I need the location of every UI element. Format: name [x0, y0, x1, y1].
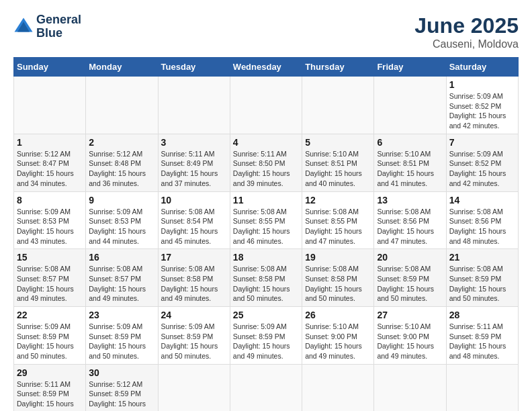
day-number: 17	[161, 252, 227, 263]
day-info: Sunrise: 5:09 AMSunset: 8:52 PMDaylight:…	[449, 149, 515, 189]
calendar-cell: 1Sunrise: 5:09 AMSunset: 8:52 PMDaylight…	[446, 77, 518, 134]
day-number: 2	[89, 137, 154, 148]
header-day-sunday: Sunday	[14, 58, 86, 77]
week-row-4: 15Sunrise: 5:08 AMSunset: 8:57 PMDayligh…	[14, 249, 519, 307]
day-info: Sunrise: 5:09 AMSunset: 8:53 PMDaylight:…	[89, 207, 154, 246]
calendar-cell	[158, 77, 230, 134]
day-info: Sunrise: 5:08 AMSunset: 8:59 PMDaylight:…	[449, 264, 515, 304]
day-info: Sunrise: 5:08 AMSunset: 8:57 PMDaylight:…	[17, 264, 83, 304]
calendar-cell: 16Sunrise: 5:08 AMSunset: 8:57 PMDayligh…	[86, 249, 158, 307]
day-info: Sunrise: 5:08 AMSunset: 8:56 PMDaylight:…	[377, 207, 443, 246]
calendar-table: SundayMondayTuesdayWednesdayThursdayFrid…	[13, 57, 519, 411]
page-header: General Blue June 2025 Causeni, Moldova	[13, 13, 519, 50]
day-info: Sunrise: 5:12 AMSunset: 8:59 PMDaylight:…	[89, 379, 154, 411]
header-day-tuesday: Tuesday	[158, 58, 230, 77]
calendar-cell: 3Sunrise: 5:11 AMSunset: 8:49 PMDaylight…	[158, 134, 230, 191]
calendar-cell	[14, 77, 86, 134]
day-number: 13	[377, 195, 443, 205]
logo: General Blue	[13, 13, 81, 40]
calendar-cell: 19Sunrise: 5:08 AMSunset: 8:58 PMDayligh…	[302, 249, 374, 307]
calendar-cell: 2Sunrise: 5:12 AMSunset: 8:48 PMDaylight…	[86, 134, 158, 191]
calendar-cell: 21Sunrise: 5:08 AMSunset: 8:59 PMDayligh…	[446, 249, 518, 307]
day-number: 18	[233, 252, 299, 263]
calendar-cell	[230, 364, 302, 411]
day-info: Sunrise: 5:09 AMSunset: 8:53 PMDaylight:…	[17, 207, 83, 246]
logo-icon	[13, 17, 34, 37]
day-info: Sunrise: 5:12 AMSunset: 8:47 PMDaylight:…	[17, 149, 83, 189]
day-number: 12	[305, 195, 371, 205]
header-day-friday: Friday	[374, 58, 446, 77]
day-number: 25	[233, 310, 299, 320]
day-info: Sunrise: 5:11 AMSunset: 8:50 PMDaylight:…	[233, 149, 299, 189]
calendar-cell: 29Sunrise: 5:11 AMSunset: 8:59 PMDayligh…	[14, 364, 86, 411]
week-row-5: 22Sunrise: 5:09 AMSunset: 8:59 PMDayligh…	[14, 307, 519, 365]
day-number: 21	[449, 252, 515, 263]
day-info: Sunrise: 5:12 AMSunset: 8:48 PMDaylight:…	[89, 149, 154, 189]
calendar-title: June 2025	[414, 13, 519, 38]
week-row-1: 1Sunrise: 5:09 AMSunset: 8:52 PMDaylight…	[14, 77, 519, 134]
day-number: 6	[377, 137, 443, 148]
calendar-cell: 17Sunrise: 5:08 AMSunset: 8:58 PMDayligh…	[158, 249, 230, 307]
day-number: 3	[161, 137, 227, 148]
day-number: 10	[161, 195, 227, 205]
calendar-cell: 5Sunrise: 5:10 AMSunset: 8:51 PMDaylight…	[302, 134, 374, 191]
day-number: 9	[89, 195, 154, 205]
calendar-body: 1Sunrise: 5:09 AMSunset: 8:52 PMDaylight…	[14, 77, 519, 412]
day-info: Sunrise: 5:08 AMSunset: 8:55 PMDaylight:…	[233, 207, 299, 246]
day-info: Sunrise: 5:08 AMSunset: 8:58 PMDaylight:…	[233, 264, 299, 304]
day-info: Sunrise: 5:09 AMSunset: 8:52 PMDaylight:…	[449, 91, 515, 131]
day-number: 22	[17, 310, 83, 320]
day-number: 23	[89, 310, 154, 320]
day-number: 14	[449, 195, 515, 205]
day-number: 8	[17, 195, 83, 205]
calendar-header: SundayMondayTuesdayWednesdayThursdayFrid…	[14, 58, 519, 77]
calendar-cell: 7Sunrise: 5:09 AMSunset: 8:52 PMDaylight…	[446, 134, 518, 191]
day-info: Sunrise: 5:09 AMSunset: 8:59 PMDaylight:…	[161, 322, 227, 361]
calendar-cell: 1Sunrise: 5:12 AMSunset: 8:47 PMDaylight…	[14, 134, 86, 191]
day-info: Sunrise: 5:11 AMSunset: 8:49 PMDaylight:…	[161, 149, 227, 189]
day-number: 7	[449, 137, 515, 148]
day-info: Sunrise: 5:08 AMSunset: 8:56 PMDaylight:…	[449, 207, 515, 246]
calendar-cell	[374, 77, 446, 134]
week-row-6: 29Sunrise: 5:11 AMSunset: 8:59 PMDayligh…	[14, 364, 519, 411]
day-info: Sunrise: 5:11 AMSunset: 8:59 PMDaylight:…	[449, 322, 515, 361]
calendar-cell: 26Sunrise: 5:10 AMSunset: 9:00 PMDayligh…	[302, 307, 374, 365]
calendar-cell: 4Sunrise: 5:11 AMSunset: 8:50 PMDaylight…	[230, 134, 302, 191]
title-block: June 2025 Causeni, Moldova	[414, 13, 519, 50]
calendar-cell	[302, 77, 374, 134]
day-info: Sunrise: 5:10 AMSunset: 8:51 PMDaylight:…	[377, 149, 443, 189]
calendar-cell: 30Sunrise: 5:12 AMSunset: 8:59 PMDayligh…	[86, 364, 158, 411]
day-info: Sunrise: 5:08 AMSunset: 8:58 PMDaylight:…	[161, 264, 227, 304]
calendar-cell: 22Sunrise: 5:09 AMSunset: 8:59 PMDayligh…	[14, 307, 86, 365]
week-row-2: 1Sunrise: 5:12 AMSunset: 8:47 PMDaylight…	[14, 134, 519, 191]
calendar-cell: 10Sunrise: 5:08 AMSunset: 8:54 PMDayligh…	[158, 191, 230, 249]
day-number: 28	[449, 310, 515, 320]
day-number: 4	[233, 137, 299, 148]
header-day-monday: Monday	[86, 58, 158, 77]
calendar-cell: 14Sunrise: 5:08 AMSunset: 8:56 PMDayligh…	[446, 191, 518, 249]
calendar-cell	[302, 364, 374, 411]
calendar-cell: 9Sunrise: 5:09 AMSunset: 8:53 PMDaylight…	[86, 191, 158, 249]
day-number: 29	[17, 367, 83, 378]
calendar-cell: 20Sunrise: 5:08 AMSunset: 8:59 PMDayligh…	[374, 249, 446, 307]
calendar-cell: 24Sunrise: 5:09 AMSunset: 8:59 PMDayligh…	[158, 307, 230, 365]
week-row-3: 8Sunrise: 5:09 AMSunset: 8:53 PMDaylight…	[14, 191, 519, 249]
day-number: 11	[233, 195, 299, 205]
calendar-cell: 8Sunrise: 5:09 AMSunset: 8:53 PMDaylight…	[14, 191, 86, 249]
calendar-cell: 11Sunrise: 5:08 AMSunset: 8:55 PMDayligh…	[230, 191, 302, 249]
calendar-cell	[374, 364, 446, 411]
day-info: Sunrise: 5:09 AMSunset: 8:59 PMDaylight:…	[233, 322, 299, 361]
logo-text: General Blue	[36, 13, 81, 40]
calendar-cell: 27Sunrise: 5:10 AMSunset: 9:00 PMDayligh…	[374, 307, 446, 365]
day-info: Sunrise: 5:08 AMSunset: 8:54 PMDaylight:…	[161, 207, 227, 246]
day-info: Sunrise: 5:11 AMSunset: 8:59 PMDaylight:…	[17, 379, 83, 411]
calendar-cell: 15Sunrise: 5:08 AMSunset: 8:57 PMDayligh…	[14, 249, 86, 307]
calendar-cell: 23Sunrise: 5:09 AMSunset: 8:59 PMDayligh…	[86, 307, 158, 365]
day-number: 30	[89, 367, 154, 378]
calendar-cell: 25Sunrise: 5:09 AMSunset: 8:59 PMDayligh…	[230, 307, 302, 365]
calendar-subtitle: Causeni, Moldova	[414, 38, 519, 50]
day-number: 26	[305, 310, 371, 320]
calendar-cell	[86, 77, 158, 134]
day-number: 20	[377, 252, 443, 263]
day-info: Sunrise: 5:09 AMSunset: 8:59 PMDaylight:…	[17, 322, 83, 361]
